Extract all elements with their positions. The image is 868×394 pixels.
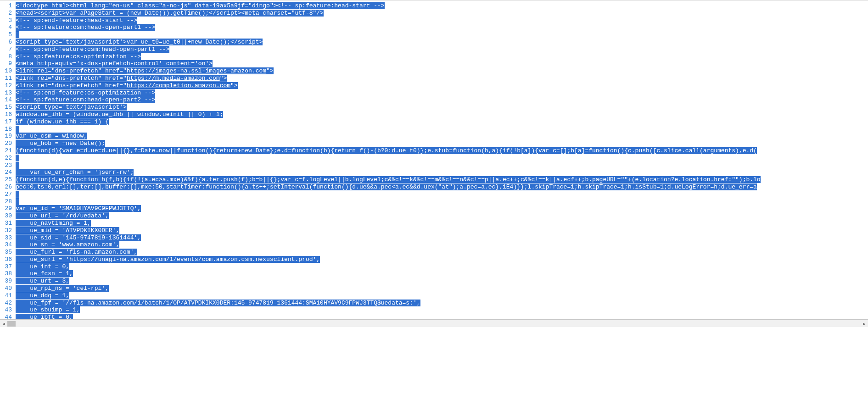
code-line[interactable]: <!-- sp:end-feature:csm:head-open-part1 … <box>16 46 868 53</box>
code-line[interactable]: ue_url = '/rd/uedata', <box>16 212 868 220</box>
line-number: 22 <box>0 155 12 162</box>
url-link[interactable]: https://completion.amazon.com <box>127 82 230 89</box>
code-line[interactable] <box>16 198 868 205</box>
line-number: 43 <box>0 306 12 314</box>
code-editor[interactable]: 1234567891011121314151617181920212223242… <box>0 0 868 320</box>
code-line[interactable]: <script type='text/javascript'>var ue_t0… <box>16 39 868 46</box>
line-number: 10 <box>0 67 12 75</box>
line-number: 5 <box>0 31 12 39</box>
line-number: 9 <box>0 60 12 67</box>
line-number: 18 <box>0 126 12 133</box>
code-line[interactable]: <script type='text/javascript'> <box>16 104 868 111</box>
line-number: 24 <box>0 169 12 176</box>
code-line[interactable]: <!-- sp:feature:csm:head-open-part2 --> <box>16 96 868 104</box>
code-line[interactable]: ue_navtiming = 1, <box>16 220 868 227</box>
code-line[interactable]: window.ue_ihb = (window.ue_ihb || window… <box>16 111 868 118</box>
line-number: 16 <box>0 111 12 118</box>
code-line[interactable]: ue_sid = '145-9747819-1361444', <box>16 234 868 242</box>
line-number: 13 <box>0 89 12 97</box>
line-number: 17 <box>0 118 12 126</box>
line-number: 36 <box>0 256 12 263</box>
code-line[interactable]: (function(d,e){function h(f,b){if(!(a.ec… <box>16 176 868 183</box>
line-number: 29 <box>0 205 12 212</box>
code-line[interactable]: <!-- sp:feature:cs-optimization --> <box>16 53 868 61</box>
line-number-gutter: 1234567891011121314151617181920212223242… <box>0 0 15 319</box>
code-line[interactable]: <link rel="dns-prefetch" href="https://c… <box>16 82 868 89</box>
line-number: 20 <box>0 140 12 147</box>
code-content[interactable]: <!doctype html><html lang="en-us" class=… <box>15 0 868 319</box>
code-line[interactable]: (function(d){var e=d.ue=d.ue||{},f=Date.… <box>16 147 868 155</box>
line-number: 40 <box>0 285 12 292</box>
line-number: 19 <box>0 133 12 140</box>
code-line[interactable]: <!doctype html><html lang="en-us" class=… <box>16 2 868 10</box>
line-number: 26 <box>0 183 12 191</box>
line-number: 44 <box>0 314 12 320</box>
code-line[interactable] <box>16 191 868 198</box>
code-line[interactable]: <!-- sp:end-feature:cs-optimization --> <box>16 89 868 97</box>
line-number: 12 <box>0 82 12 89</box>
code-line[interactable]: <link rel="dns-prefetch" href="https://m… <box>16 75 868 82</box>
code-line[interactable]: <!-- sp:feature:csm:head-open-part1 --> <box>16 24 868 31</box>
code-line[interactable]: pec:0,ts:0,erl:[],ter:[],buffer:[],mxe:5… <box>16 183 868 191</box>
line-number: 21 <box>0 147 12 155</box>
code-line[interactable]: ue_fpf = '//fls-na.amazon.com/1/batch/1/… <box>16 300 868 307</box>
line-number: 28 <box>0 198 12 205</box>
code-line[interactable]: <link rel="dns-prefetch" href="https://i… <box>16 67 868 75</box>
line-number: 27 <box>0 191 12 198</box>
line-number: 14 <box>0 96 12 104</box>
line-number: 25 <box>0 176 12 183</box>
code-line[interactable]: ue_fcsn = 1, <box>16 270 868 277</box>
code-line[interactable]: ue_sbuimp = 1, <box>16 306 868 314</box>
line-number: 11 <box>0 75 12 82</box>
code-line[interactable]: ue_urt = 3, <box>16 277 868 285</box>
line-number: 38 <box>0 270 12 277</box>
code-line[interactable] <box>16 155 868 162</box>
code-line[interactable]: ue_mid = 'ATVPDKIKX0DER', <box>16 227 868 234</box>
line-number: 2 <box>0 10 12 17</box>
line-number: 8 <box>0 53 12 61</box>
code-line[interactable] <box>16 162 868 169</box>
line-number: 30 <box>0 212 12 220</box>
code-line[interactable]: ue_rpl_ns = 'cel-rpl', <box>16 285 868 292</box>
line-number: 15 <box>0 104 12 111</box>
code-line[interactable]: if (window.ue_ihb === 1) { <box>16 118 868 126</box>
code-line[interactable]: ue_surl = 'https://unagi-na.amazon.com/1… <box>16 256 868 263</box>
line-number: 32 <box>0 227 12 234</box>
line-number: 31 <box>0 220 12 227</box>
line-number: 34 <box>0 241 12 249</box>
code-line[interactable]: <!-- sp:end-feature:head-start --> <box>16 17 868 24</box>
line-number: 4 <box>0 24 12 31</box>
code-line[interactable]: ue_sn = 'www.amazon.com', <box>16 241 868 249</box>
line-number: 41 <box>0 292 12 300</box>
line-number: 37 <box>0 263 12 271</box>
line-number: 33 <box>0 234 12 242</box>
code-line[interactable]: ue_ddq = 1, <box>16 292 868 300</box>
scroll-right-button[interactable]: ▶ <box>861 320 868 327</box>
code-line[interactable]: ue_furl = 'fls-na.amazon.com', <box>16 249 868 256</box>
url-link[interactable]: https://m.media-amazon.com <box>127 75 220 82</box>
line-number: 35 <box>0 249 12 256</box>
code-line[interactable]: var ue_csm = window, <box>16 133 868 140</box>
scrollbar-thumb[interactable] <box>7 321 16 327</box>
line-number: 39 <box>0 277 12 285</box>
horizontal-scrollbar[interactable]: ◀ ▶ <box>0 320 868 327</box>
code-line[interactable]: var ue_id = 'SMA10HYAV9C9FPWJ3TTQ', <box>16 205 868 212</box>
code-line[interactable]: ue_int = 0, <box>16 263 868 271</box>
line-number: 1 <box>0 2 12 10</box>
line-number: 6 <box>0 39 12 46</box>
code-line[interactable]: <head><script>var aPageStart = (new Date… <box>16 10 868 17</box>
code-line[interactable]: <meta http-equiv='x-dns-prefetch-control… <box>16 60 868 67</box>
code-line[interactable] <box>16 31 868 39</box>
line-number: 23 <box>0 162 12 169</box>
code-line[interactable] <box>16 126 868 133</box>
line-number: 42 <box>0 300 12 307</box>
line-number: 7 <box>0 46 12 53</box>
code-line[interactable]: var ue_err_chan = 'jserr-rw'; <box>16 169 868 176</box>
code-line[interactable]: ue_ibft = 0, <box>16 314 868 320</box>
url-link[interactable]: https://images-na.ssl-images-amazon.com <box>127 67 266 74</box>
scroll-left-button[interactable]: ◀ <box>0 320 7 327</box>
code-line[interactable]: ue_hob = +new Date(); <box>16 140 868 147</box>
line-number: 3 <box>0 17 12 24</box>
